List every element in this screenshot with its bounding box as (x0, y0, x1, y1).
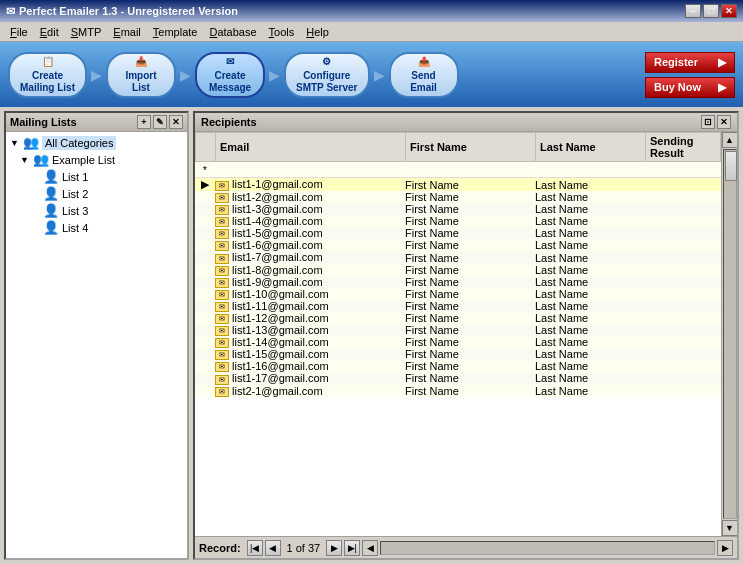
table-row[interactable]: ✉list1-17@gmail.comFirst NameLast Name (195, 372, 721, 384)
table-row[interactable]: ✉list1-2@gmail.comFirst NameLast Name (195, 191, 721, 203)
lastname-cell[interactable]: Last Name (535, 300, 645, 312)
table-scroll-body[interactable]: ▶✉list1-1@gmail.comFirst NameLast Name✉l… (195, 178, 721, 536)
lastname-cell[interactable]: Last Name (535, 191, 645, 203)
firstname-cell[interactable]: First Name (405, 300, 535, 312)
table-row[interactable]: ✉list1-14@gmail.comFirst NameLast Name (195, 336, 721, 348)
lastname-cell[interactable]: Last Name (535, 203, 645, 215)
email-cell[interactable]: ✉list1-3@gmail.com (215, 203, 405, 215)
email-cell[interactable]: ✉list1-11@gmail.com (215, 300, 405, 312)
hscroll-left-button[interactable]: ◀ (362, 540, 378, 556)
table-row[interactable]: ✉list1-4@gmail.comFirst NameLast Name (195, 215, 721, 227)
firstname-cell[interactable]: First Name (405, 178, 535, 191)
email-cell[interactable]: ✉list1-15@gmail.com (215, 348, 405, 360)
col-sending-result[interactable]: Sending Result (646, 133, 721, 162)
table-row[interactable]: ✉list1-12@gmail.comFirst NameLast Name (195, 312, 721, 324)
menu-smtp[interactable]: SMTP (65, 24, 108, 40)
col-lastname[interactable]: Last Name (536, 133, 646, 162)
table-row[interactable]: ✉list1-3@gmail.comFirst NameLast Name (195, 203, 721, 215)
lastname-cell[interactable]: Last Name (535, 336, 645, 348)
email-cell[interactable]: ✉list1-5@gmail.com (215, 227, 405, 239)
nav-first-button[interactable]: |◀ (247, 540, 263, 556)
firstname-cell[interactable]: First Name (405, 348, 535, 360)
firstname-cell[interactable]: First Name (405, 360, 535, 372)
configure-smtp-button[interactable]: ⚙ ConfigureSMTP Server (284, 52, 370, 98)
menu-help[interactable]: Help (300, 24, 335, 40)
firstname-cell[interactable]: First Name (405, 251, 535, 263)
tree-container[interactable]: ▼ 👥 All Categories ▼ 👥 Example List 👤 Li… (6, 132, 187, 558)
email-cell[interactable]: ✉list1-14@gmail.com (215, 336, 405, 348)
lastname-cell[interactable]: Last Name (535, 312, 645, 324)
nav-last-button[interactable]: ▶| (344, 540, 360, 556)
table-row[interactable]: ✉list1-8@gmail.comFirst NameLast Name (195, 264, 721, 276)
menu-file[interactable]: File (4, 24, 34, 40)
firstname-cell[interactable]: First Name (405, 385, 535, 397)
email-cell[interactable]: ✉list1-13@gmail.com (215, 324, 405, 336)
table-row[interactable]: ✉list1-6@gmail.comFirst NameLast Name (195, 239, 721, 251)
lastname-cell[interactable]: Last Name (535, 251, 645, 263)
firstname-cell[interactable]: First Name (405, 227, 535, 239)
menu-database[interactable]: Database (203, 24, 262, 40)
vertical-scrollbar[interactable]: ▲ ▼ (721, 132, 737, 536)
table-row[interactable]: ✉list1-5@gmail.comFirst NameLast Name (195, 227, 721, 239)
table-scroll-area[interactable]: Email First Name Last Name Sending Resul… (195, 132, 721, 536)
scroll-track[interactable] (723, 149, 737, 519)
email-cell[interactable]: ✉list1-10@gmail.com (215, 288, 405, 300)
email-cell[interactable]: ✉list1-9@gmail.com (215, 276, 405, 288)
import-list-button[interactable]: 📥 ImportList (106, 52, 176, 98)
firstname-cell[interactable]: First Name (405, 191, 535, 203)
email-cell[interactable]: ✉list1-2@gmail.com (215, 191, 405, 203)
lastname-cell[interactable]: Last Name (535, 348, 645, 360)
hscroll-track[interactable] (380, 541, 715, 555)
minimize-button[interactable]: ─ (685, 4, 701, 18)
tree-item-list4[interactable]: 👤 List 4 (28, 219, 185, 236)
tree-item-list2[interactable]: 👤 List 2 (28, 185, 185, 202)
table-row[interactable]: ✉list1-7@gmail.comFirst NameLast Name (195, 251, 721, 263)
menu-template[interactable]: Template (147, 24, 204, 40)
delete-list-button[interactable]: ✕ (169, 115, 183, 129)
email-cell[interactable]: ✉list1-4@gmail.com (215, 215, 405, 227)
lastname-cell[interactable]: Last Name (535, 178, 645, 191)
email-cell[interactable]: ✉list1-1@gmail.com (215, 178, 405, 191)
table-row[interactable]: ✉list1-16@gmail.comFirst NameLast Name (195, 360, 721, 372)
menu-tools[interactable]: Tools (263, 24, 301, 40)
table-row[interactable]: ✉list1-15@gmail.comFirst NameLast Name (195, 348, 721, 360)
firstname-cell[interactable]: First Name (405, 372, 535, 384)
lastname-cell[interactable]: Last Name (535, 288, 645, 300)
col-email[interactable]: Email (216, 133, 406, 162)
email-cell[interactable]: ✉list1-16@gmail.com (215, 360, 405, 372)
email-cell[interactable]: ✉list1-6@gmail.com (215, 239, 405, 251)
firstname-cell[interactable]: First Name (405, 203, 535, 215)
register-button[interactable]: Register ▶ (645, 52, 735, 73)
table-row[interactable]: ✉list1-10@gmail.comFirst NameLast Name (195, 288, 721, 300)
col-firstname[interactable]: First Name (406, 133, 536, 162)
firstname-cell[interactable]: First Name (405, 239, 535, 251)
table-row[interactable]: ✉list1-11@gmail.comFirst NameLast Name (195, 300, 721, 312)
nav-next-button[interactable]: ▶ (326, 540, 342, 556)
lastname-cell[interactable]: Last Name (535, 264, 645, 276)
email-cell[interactable]: ✉list1-8@gmail.com (215, 264, 405, 276)
email-cell[interactable]: ✉list1-17@gmail.com (215, 372, 405, 384)
close-button[interactable]: ✕ (721, 4, 737, 18)
maximize-button[interactable]: □ (703, 4, 719, 18)
scroll-up-button[interactable]: ▲ (722, 132, 738, 148)
lastname-cell[interactable]: Last Name (535, 372, 645, 384)
email-cell[interactable]: ✉list2-1@gmail.com (215, 385, 405, 397)
firstname-cell[interactable]: First Name (405, 264, 535, 276)
tree-item-all-categories[interactable]: ▼ 👥 All Categories (8, 134, 185, 151)
firstname-cell[interactable]: First Name (405, 276, 535, 288)
menu-edit[interactable]: Edit (34, 24, 65, 40)
menu-email[interactable]: Email (107, 24, 147, 40)
tree-item-list1[interactable]: 👤 List 1 (28, 168, 185, 185)
edit-list-button[interactable]: ✎ (153, 115, 167, 129)
lastname-cell[interactable]: Last Name (535, 276, 645, 288)
table-row[interactable]: ✉list1-13@gmail.comFirst NameLast Name (195, 324, 721, 336)
lastname-cell[interactable]: Last Name (535, 324, 645, 336)
create-message-button[interactable]: ✉ CreateMessage (195, 52, 265, 98)
hscroll-right-button[interactable]: ▶ (717, 540, 733, 556)
panel-close-button[interactable]: ✕ (717, 115, 731, 129)
tree-item-example-list[interactable]: ▼ 👥 Example List (18, 151, 185, 168)
lastname-cell[interactable]: Last Name (535, 227, 645, 239)
lastname-cell[interactable]: Last Name (535, 239, 645, 251)
email-cell[interactable]: ✉list1-7@gmail.com (215, 251, 405, 263)
tree-toggle-example[interactable]: ▼ (20, 155, 30, 165)
